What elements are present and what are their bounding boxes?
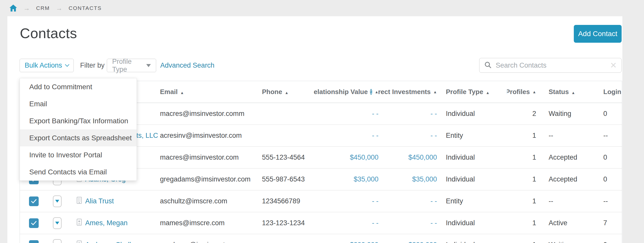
bulk-menu-item[interactable]: Export Banking/Tax Information	[20, 112, 137, 129]
column-label: Login Count	[603, 88, 622, 96]
relationship-value-cell[interactable]: $200,000	[314, 241, 378, 243]
direct-investments-cell[interactable]: $450,000	[378, 154, 437, 161]
login-count-cell: 0	[603, 175, 622, 183]
email-cell: macres@imsinvestor.comm	[160, 110, 262, 118]
profiles-cell: 1	[507, 197, 536, 205]
email-cell: aschultz@imscre.com	[160, 197, 262, 205]
breadcrumb-separator-icon: →	[56, 4, 63, 12]
chevron-down-icon	[65, 62, 69, 67]
search-input[interactable]	[496, 62, 610, 69]
relationship-value-cell[interactable]: - -	[314, 132, 378, 140]
status-cell: Accepted	[536, 175, 603, 183]
column-label: Profile Type	[446, 88, 483, 96]
filter-by-label: Filter by	[80, 59, 105, 72]
sort-asc-icon: ▲	[571, 90, 575, 95]
relationship-value-cell[interactable]: - -	[314, 110, 378, 118]
breadcrumb-item-contacts[interactable]: CONTACTS	[69, 5, 102, 11]
relationship-value-cell[interactable]: - -	[314, 197, 378, 205]
profiles-cell: 1	[507, 175, 536, 183]
bulk-menu-item[interactable]: Send Contacts via Email	[20, 163, 137, 180]
email-cell: macres@imsinvestor.com	[160, 154, 262, 161]
bulk-menu-item[interactable]: Add to Commitment	[20, 78, 137, 95]
phone-cell: 123-123-1234	[262, 219, 314, 227]
column-label: Phone	[262, 88, 282, 96]
person-icon	[76, 218, 82, 228]
profile-type-cell: Individual	[437, 154, 507, 161]
breadcrumb-separator-icon: →	[23, 4, 30, 12]
phone-cell: 1234566789	[262, 197, 314, 205]
profiles-cell: 2	[507, 110, 536, 118]
profile-type-cell: Entity	[437, 197, 507, 205]
login-count-cell: 7	[603, 219, 622, 227]
column-header[interactable]: Relationship Valuei▲	[314, 88, 378, 96]
row-actions-button[interactable]	[53, 217, 62, 229]
direct-investments-cell[interactable]: - -	[378, 110, 437, 118]
email-cell: sandrews@imsinvestor.com	[160, 241, 262, 243]
search-icon	[484, 61, 492, 70]
bulk-menu-item[interactable]: Invite to Investor Portal	[20, 146, 137, 163]
column-label: Email	[160, 88, 178, 96]
breadcrumb: → CRM → CONTACTS	[0, 0, 644, 16]
status-cell: Waiting	[536, 110, 603, 118]
row-checkbox[interactable]	[29, 240, 39, 243]
column-header[interactable]: Phone▲	[262, 88, 314, 96]
relationship-value-cell[interactable]: $450,000	[314, 154, 378, 161]
bulk-menu-item[interactable]: Export Contacts as Spreadsheet	[20, 129, 137, 146]
column-header[interactable]: Direct Investments▲	[378, 88, 437, 96]
clear-search-icon[interactable]: ✕	[610, 61, 617, 69]
email-cell: gregadams@imsinvestor.com	[160, 175, 262, 183]
caret-down-icon	[55, 222, 59, 224]
contact-name-link[interactable]: Alia Trust	[85, 197, 114, 205]
direct-investments-cell[interactable]: - -	[378, 197, 437, 205]
advanced-search-link[interactable]: Advanced Search	[160, 59, 214, 72]
direct-investments-cell[interactable]: - -	[378, 219, 437, 227]
relationship-value-cell[interactable]: $35,000	[314, 175, 378, 183]
sort-asc-icon: ▲	[375, 90, 378, 94]
login-count-cell: --	[603, 197, 622, 205]
caret-down-icon	[146, 64, 151, 67]
sort-asc-icon: ▲	[180, 90, 184, 95]
person-icon	[76, 240, 82, 243]
relationship-value-cell[interactable]: - -	[314, 219, 378, 227]
page-title: Contacts	[20, 25, 77, 41]
status-cell: --	[536, 197, 603, 205]
caret-down-icon	[55, 200, 59, 203]
bulk-actions-button[interactable]: Bulk Actions	[20, 59, 74, 72]
table-row: Andrews, Shelbysandrews@imsinvestor.com$…	[20, 234, 622, 243]
row-checkbox[interactable]	[29, 218, 39, 228]
breadcrumb-item-crm[interactable]: CRM	[36, 5, 50, 11]
status-cell: Waiting	[536, 241, 603, 243]
building-icon	[76, 196, 82, 206]
profile-type-filter-value: Profile Type	[112, 58, 146, 73]
sort-asc-icon: ▲	[532, 90, 536, 94]
login-count-cell: 0	[603, 241, 622, 243]
row-actions-button[interactable]	[53, 239, 62, 243]
direct-investments-cell[interactable]: - -	[378, 132, 437, 140]
phone-cell: 555-987-6543	[262, 175, 314, 183]
column-header[interactable]: Profiles▲	[507, 88, 536, 96]
profile-type-filter-select[interactable]: Profile Type	[107, 59, 156, 72]
column-header[interactable]: Profile Type▲	[437, 88, 507, 96]
direct-investments-cell[interactable]: $35,000	[378, 175, 437, 183]
add-contact-button[interactable]: Add Contact	[574, 25, 622, 43]
contact-name-link[interactable]: Andrews, Shelby	[85, 241, 137, 243]
profile-type-cell: Individual	[437, 219, 507, 227]
table-row: Ames, Meganmames@imscre.com123-123-1234-…	[20, 212, 622, 234]
row-checkbox[interactable]	[29, 196, 39, 206]
profile-type-cell: Individual	[437, 241, 507, 243]
direct-investments-cell[interactable]: $200,000	[378, 241, 437, 243]
row-actions-button[interactable]	[53, 195, 62, 207]
column-header[interactable]: Login Count	[603, 88, 622, 96]
column-header[interactable]: Email▲	[160, 88, 262, 96]
column-header[interactable]: Status▲	[536, 88, 603, 96]
profiles-cell: 1	[507, 154, 536, 161]
info-icon[interactable]: i	[370, 89, 372, 95]
profiles-cell: 1	[507, 241, 536, 243]
column-label: Direct Investments	[378, 88, 431, 96]
contact-name-link[interactable]: Ames, Megan	[85, 219, 128, 227]
home-icon[interactable]	[9, 4, 17, 12]
email-cell: mames@imscre.com	[160, 219, 262, 227]
profile-type-cell: Entity	[437, 132, 507, 140]
bulk-menu-item[interactable]: Email	[20, 95, 137, 112]
login-count-cell: --	[603, 132, 622, 140]
